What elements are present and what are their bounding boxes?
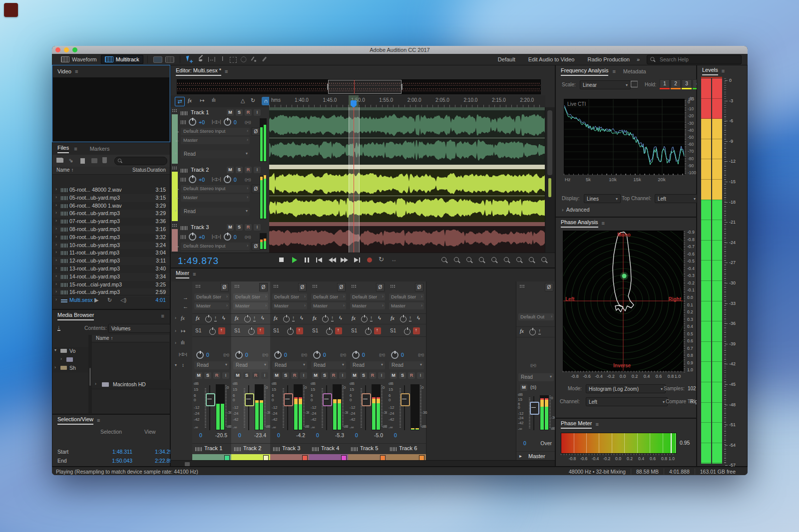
zoom-tool-button-5[interactable]	[490, 256, 499, 265]
fader-handle[interactable]	[206, 393, 215, 406]
fx-bypass-icon[interactable]: ϟ	[222, 315, 225, 321]
volume-value[interactable]: +0	[199, 177, 205, 183]
file-expand-chevron[interactable]: ›	[55, 203, 57, 208]
workspace-button-2[interactable]: Edit Audio to Video	[528, 56, 575, 62]
track-input-monitor-button[interactable]: I	[254, 109, 261, 116]
file-expand-chevron[interactable]: ›	[55, 266, 57, 270]
send-power-button[interactable]	[365, 328, 372, 335]
fx-icon[interactable]: fx	[196, 315, 200, 321]
levels-menu-icon[interactable]: ≡	[722, 68, 725, 74]
strip-mute-button[interactable]: M	[312, 372, 319, 379]
preview-loop-icon[interactable]: ↻	[107, 297, 112, 303]
zoom-tool-button-8[interactable]	[528, 256, 537, 265]
send-power-button[interactable]	[209, 328, 216, 335]
strip-monitor-button[interactable]: I	[222, 372, 229, 379]
stop-button[interactable]	[277, 255, 287, 265]
send-power-button[interactable]	[326, 328, 333, 335]
send-prefader-button[interactable]: ↑	[335, 327, 342, 334]
file-expand-chevron[interactable]: ›	[55, 226, 57, 231]
fx-icon[interactable]: fx	[520, 328, 524, 334]
files-search-box[interactable]	[114, 157, 167, 165]
file-row[interactable]: ›15-root...cial-yard.mp33:25	[52, 281, 170, 289]
workspace-button-3[interactable]: Radio Production	[587, 56, 629, 62]
strip-gain-value[interactable]: 0	[277, 432, 280, 438]
strip-drag-handle[interactable]	[234, 284, 240, 288]
file-expand-chevron[interactable]: ›	[55, 210, 57, 215]
file-expand-chevron[interactable]: ›	[55, 195, 57, 200]
strip-monitor-button[interactable]: I	[417, 372, 424, 379]
scale-select[interactable]: Linear▾	[580, 80, 631, 89]
track-name[interactable]: Track 3	[191, 224, 209, 230]
monitor-icon[interactable]: ((•))	[245, 235, 251, 239]
top-channel-select[interactable]: Left▾	[655, 194, 699, 203]
channel-select[interactable]: Left▾	[586, 397, 668, 406]
volume-value[interactable]: +0	[199, 234, 205, 240]
gutter-sends-chevron[interactable]: ›	[175, 328, 176, 333]
import-into-project-icon[interactable]: ↓	[57, 324, 60, 331]
strip-automation-select[interactable]: Read▾	[389, 361, 424, 369]
strip-output[interactable]: Default Out›	[518, 313, 554, 320]
new-file-icon[interactable]	[80, 158, 85, 164]
strip-pan-value[interactable]: 0	[401, 352, 404, 358]
fast-forward-button[interactable]	[339, 255, 349, 265]
zoom-tool-button-9[interactable]	[540, 256, 549, 265]
mixer-strip-track-4[interactable]: ØDefault Ster›Master›fx↑ϟS1↑0((•))Read▾M…	[309, 281, 349, 460]
fx-bypass-icon[interactable]: ϟ	[378, 315, 381, 321]
preview-play-icon[interactable]: ▶	[94, 297, 98, 303]
strip-gain-value[interactable]: 0	[394, 432, 397, 438]
file-row[interactable]: ›08-root...ub-yard.mp33:16	[52, 226, 170, 234]
selection-value[interactable]: 1:48.311	[112, 449, 132, 455]
strip-monitor-icon[interactable]: ((•))	[262, 353, 268, 356]
window-titlebar[interactable]: Adobe Audition CC 2017	[52, 46, 748, 54]
master-mute-button[interactable]: M	[520, 384, 527, 391]
multitrack-view-button[interactable]: Multitrack	[101, 55, 143, 64]
skip-start-button[interactable]	[314, 255, 324, 265]
fx-icon[interactable]: fx	[235, 315, 239, 321]
strip-input[interactable]: Default Ster›	[233, 293, 268, 300]
volume-knob[interactable]	[189, 233, 196, 241]
media-tree-scrollbar[interactable]	[88, 335, 92, 413]
media-tree-item-volumes[interactable]: ▾Vo	[52, 347, 88, 355]
strip-record-button[interactable]: R	[252, 372, 259, 379]
fx-bypass-icon[interactable]: ϟ	[417, 315, 420, 321]
heal-tool-icon[interactable]	[262, 55, 270, 63]
send-prefader-button[interactable]: ↑	[374, 327, 381, 334]
mixer-strip-track-1[interactable]: ØDefault Ster›Master›fx↑ϟS1↑0((•))Read▾M…	[192, 281, 232, 460]
fader-handle[interactable]	[400, 393, 410, 406]
file-row[interactable]: ›11-root...ub-yard.mp33:04	[52, 249, 170, 257]
fx-power-button[interactable]	[529, 329, 536, 335]
strip-solo-button[interactable]: S	[243, 372, 250, 379]
track-input-monitor-button[interactable]: I	[254, 224, 261, 231]
strip-automation-select[interactable]: Read▾	[518, 373, 554, 381]
workspace-overflow-button[interactable]: »	[637, 56, 640, 62]
mixer-strip-track-6[interactable]: ØDefault Ster›Master›fx↑ϟS1↑0((•))Read▾M…	[387, 281, 426, 460]
gutter-eq-chevron[interactable]: ›	[175, 340, 176, 345]
file-row[interactable]: ›10-root...ub-yard.mp33:24	[52, 242, 170, 250]
strip-pan-value[interactable]: 0	[206, 352, 209, 358]
selection-value[interactable]: 1:50.043	[112, 458, 132, 464]
strip-drag-handle[interactable]	[351, 284, 357, 288]
file-row[interactable]: ›14-root...ub-yard.mp33:34	[52, 273, 170, 281]
strip-input[interactable]: Default Ster›	[350, 293, 385, 300]
media-tree-item-shortcuts[interactable]: ›Sh	[52, 364, 88, 372]
strip-pan-knob[interactable]	[352, 351, 360, 359]
strip-automation-select[interactable]: Read▾	[272, 361, 307, 369]
pan-knob[interactable]	[224, 233, 231, 241]
fx-icon[interactable]: fx	[313, 315, 317, 321]
track-input-row[interactable]: Default Stereo Input›	[181, 185, 250, 193]
mixer-strip-track-5[interactable]: ØDefault Ster›Master›fx↑ϟS1↑0((•))Read▾M…	[348, 281, 388, 460]
waveform-view-button[interactable]: Waveform	[57, 55, 101, 64]
tree-expand-chevron[interactable]: ›	[60, 356, 62, 361]
selection-view-menu-icon[interactable]: ≡	[97, 417, 100, 423]
strip-solo-button[interactable]: S	[282, 372, 289, 379]
file-row[interactable]: ›12-root...ub-yard.mp33:11	[52, 257, 170, 265]
file-row[interactable]: ›09-root...ub-yard.mp33:32	[52, 234, 170, 242]
fx-power-button[interactable]	[244, 316, 251, 322]
fx-icon[interactable]: fx	[391, 315, 395, 321]
strip-input[interactable]: Default Ster›	[272, 293, 307, 300]
strip-solo-button[interactable]: S	[399, 372, 406, 379]
strip-pan-value[interactable]: 0	[245, 352, 248, 358]
strip-mute-button[interactable]: M	[273, 372, 280, 379]
search-help-input[interactable]	[659, 56, 731, 63]
move-tool-icon[interactable]: ✛	[186, 55, 194, 63]
